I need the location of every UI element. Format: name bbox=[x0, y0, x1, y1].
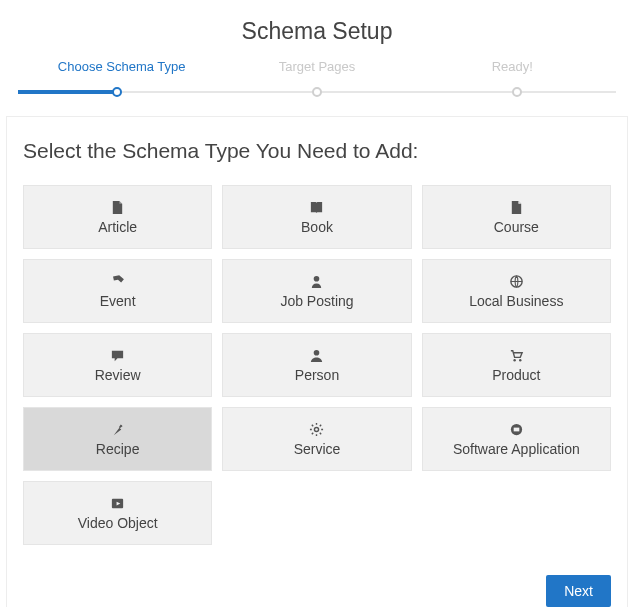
schema-card-article[interactable]: Article bbox=[23, 185, 212, 249]
schema-card-label: Recipe bbox=[96, 441, 140, 457]
svg-point-4 bbox=[519, 358, 521, 360]
file-icon bbox=[110, 200, 125, 215]
step-choose-type[interactable]: Choose Schema Type bbox=[24, 59, 219, 86]
gear-icon bbox=[309, 422, 324, 437]
schema-card-label: Event bbox=[100, 293, 136, 309]
step-dot-1 bbox=[112, 87, 122, 97]
page-icon bbox=[509, 200, 524, 215]
page-title: Schema Setup bbox=[0, 0, 634, 59]
svg-point-5 bbox=[315, 427, 319, 431]
user-icon bbox=[309, 348, 324, 363]
schema-card-label: Article bbox=[98, 219, 137, 235]
desktop-icon bbox=[509, 422, 524, 437]
step-ready[interactable]: Ready! bbox=[415, 59, 610, 86]
next-button[interactable]: Next bbox=[546, 575, 611, 607]
schema-card-book[interactable]: Book bbox=[222, 185, 411, 249]
schema-card-label: Book bbox=[301, 219, 333, 235]
schema-card-course[interactable]: Course bbox=[422, 185, 611, 249]
step-dot-3 bbox=[512, 87, 522, 97]
user-plus-icon bbox=[309, 274, 324, 289]
schema-card-person[interactable]: Person bbox=[222, 333, 411, 397]
ticket-icon bbox=[110, 274, 125, 289]
schema-card-label: Review bbox=[95, 367, 141, 383]
schema-card-review[interactable]: Review bbox=[23, 333, 212, 397]
schema-card-label: Course bbox=[494, 219, 539, 235]
globe-icon bbox=[509, 274, 524, 289]
schema-card-video-object[interactable]: Video Object bbox=[23, 481, 212, 545]
schema-card-label: Job Posting bbox=[280, 293, 353, 309]
schema-grid: ArticleBookCourseEventJob PostingLocal B… bbox=[23, 185, 611, 545]
schema-card-label: Software Application bbox=[453, 441, 580, 457]
comment-icon bbox=[110, 348, 125, 363]
schema-card-label: Person bbox=[295, 367, 339, 383]
schema-card-job-posting[interactable]: Job Posting bbox=[222, 259, 411, 323]
step-label: Ready! bbox=[415, 59, 610, 86]
svg-point-3 bbox=[513, 358, 515, 360]
book-icon bbox=[309, 200, 324, 215]
step-label: Target Pages bbox=[219, 59, 414, 86]
schema-card-recipe[interactable]: Recipe bbox=[23, 407, 212, 471]
schema-card-label: Local Business bbox=[469, 293, 563, 309]
panel-heading: Select the Schema Type You Need to Add: bbox=[23, 139, 611, 163]
schema-card-label: Product bbox=[492, 367, 540, 383]
carrot-icon bbox=[110, 422, 125, 437]
schema-card-label: Video Object bbox=[78, 515, 158, 531]
schema-card-event[interactable]: Event bbox=[23, 259, 212, 323]
schema-card-local-business[interactable]: Local Business bbox=[422, 259, 611, 323]
svg-rect-7 bbox=[514, 427, 520, 431]
stepper-track bbox=[18, 86, 616, 98]
step-label: Choose Schema Type bbox=[24, 59, 219, 86]
step-dot-2 bbox=[312, 87, 322, 97]
schema-card-product[interactable]: Product bbox=[422, 333, 611, 397]
cart-icon bbox=[509, 348, 524, 363]
stepper: Choose Schema Type Target Pages Ready! bbox=[18, 59, 616, 86]
schema-card-label: Service bbox=[294, 441, 341, 457]
svg-point-0 bbox=[314, 275, 320, 281]
schema-card-service[interactable]: Service bbox=[222, 407, 411, 471]
main-panel: Select the Schema Type You Need to Add: … bbox=[6, 116, 628, 607]
play-icon bbox=[110, 496, 125, 511]
svg-point-2 bbox=[314, 349, 320, 355]
step-target-pages[interactable]: Target Pages bbox=[219, 59, 414, 86]
schema-card-software-application[interactable]: Software Application bbox=[422, 407, 611, 471]
